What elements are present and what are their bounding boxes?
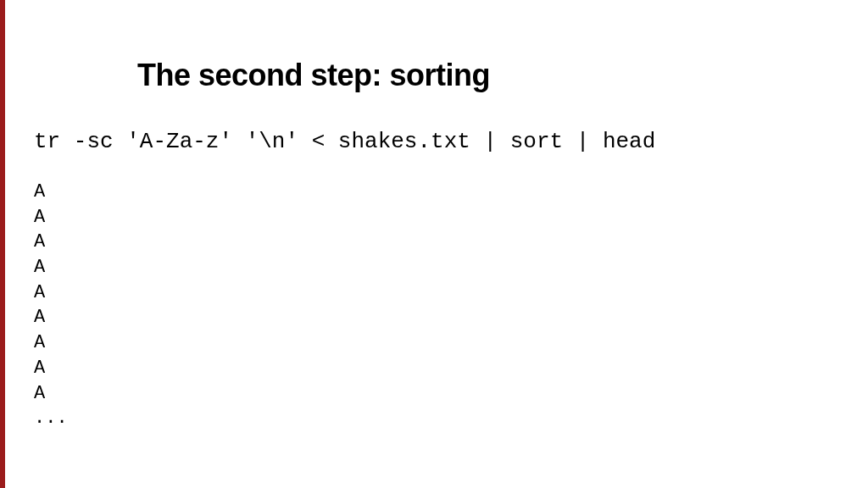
slide-content: The second step: sorting tr -sc 'A-Za-z'… [0,0,868,465]
slide-accent-bar [0,0,5,488]
slide-title: The second step: sorting [137,58,834,93]
command-line: tr -sc 'A-Za-z' '\n' < shakes.txt | sort… [34,129,834,154]
command-output: A A A A A A A A A ... [34,180,834,431]
